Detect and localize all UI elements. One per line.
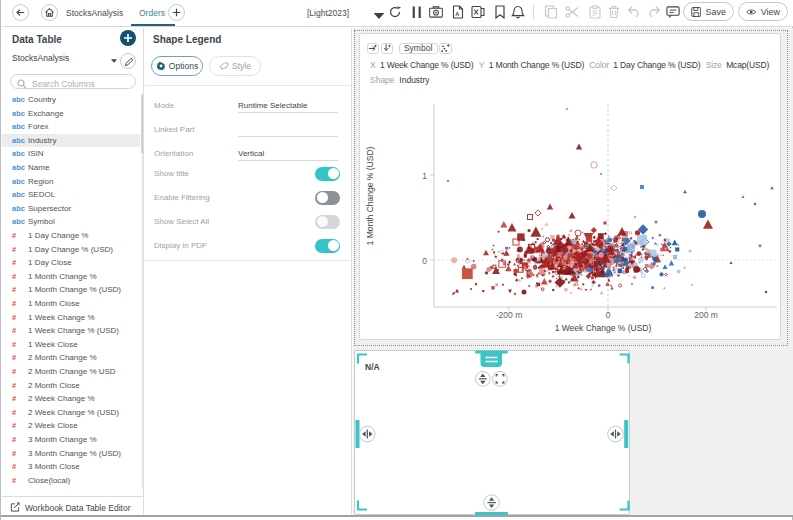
svg-text:A: A (455, 11, 459, 17)
